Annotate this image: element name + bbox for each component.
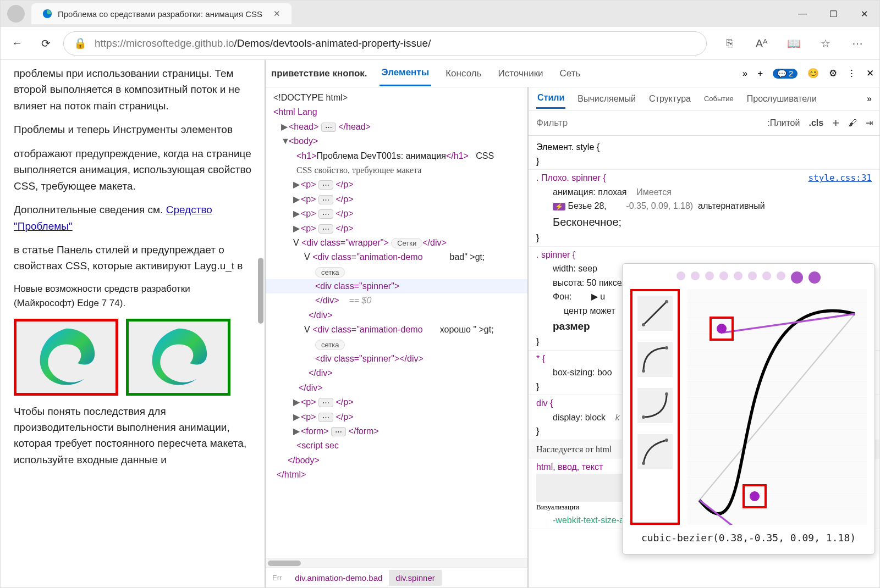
page-text: проблемы при использовании страницы. Тем… <box>14 65 251 114</box>
preset-ease[interactable] <box>637 434 673 469</box>
styles-tabs: Стили Вычисляемый Структура Событие Прос… <box>529 87 879 110</box>
tab-title: Проблема со средствами разработки: анима… <box>58 9 262 19</box>
address-bar[interactable]: 🔒 https://microsoftedge.github.io/Demos/… <box>63 31 707 56</box>
welcome-label: приветствие кнопок. <box>271 68 367 79</box>
bezier-curve-canvas[interactable] <box>688 289 867 525</box>
page-text: Проблемы и теперь Инструменты элементов <box>14 121 251 137</box>
edge-logo-icon <box>35 325 98 389</box>
read-aloud-icon[interactable]: Aᴬ <box>751 32 773 54</box>
devtools-menu-icon[interactable]: ⋮ <box>847 68 856 79</box>
new-rule-icon[interactable]: + <box>832 116 839 130</box>
computed-toggle-icon[interactable]: ⇥ <box>866 118 873 128</box>
reader-icon[interactable]: 📖 <box>783 32 805 54</box>
tab-layout[interactable]: Структура <box>648 90 692 108</box>
url-host: https://microsoftedge.github.io <box>95 37 234 49</box>
tab-sources[interactable]: Источники <box>496 62 546 86</box>
tab-styles[interactable]: Стили <box>536 88 565 109</box>
elements-hscroll[interactable] <box>266 558 527 568</box>
dom-tree[interactable]: <!DOCTYPE html> <html Lang ▶<head> ⋯ </h… <box>266 87 527 558</box>
more-tabs-icon[interactable]: » <box>867 94 872 104</box>
bezier-handle-2[interactable] <box>743 484 767 508</box>
breadcrumb-err: Err <box>266 570 288 585</box>
tab-listeners[interactable]: Прослушиватели <box>746 90 818 108</box>
page-scrollbar[interactable] <box>258 258 263 324</box>
svg-point-8 <box>665 439 668 442</box>
tab-network[interactable]: Сеть <box>558 62 583 86</box>
bezier-preview-dots <box>630 271 867 284</box>
hov-toggle[interactable]: :Плитой <box>767 118 800 128</box>
breadcrumb-item[interactable]: div.animation-demo.bad <box>288 570 389 586</box>
bezier-presets[interactable] <box>630 289 680 525</box>
edge-logo-icon <box>147 325 210 389</box>
bezier-output: cubic-bezier(0.38,-0.35, 0.09, 1.18) <box>630 525 867 546</box>
tab-computed[interactable]: Вычисляемый <box>576 90 637 108</box>
source-link[interactable]: style.css:31 <box>808 171 872 185</box>
close-window-button[interactable]: ✕ <box>849 1 879 27</box>
svg-point-1 <box>642 323 645 326</box>
url-path: /Demos/devtools-animated-property-issue/ <box>234 37 431 49</box>
issues-badge[interactable]: 💬 2 <box>773 69 798 79</box>
favorite-icon[interactable]: ☆ <box>815 32 837 54</box>
browser-toolbar: ← ⟳ 🔒 https://microsoftedge.github.io/De… <box>1 27 879 60</box>
tab-console[interactable]: Консоль <box>443 62 483 86</box>
page-text: отображают предупреждение, когда на стра… <box>14 146 251 194</box>
svg-point-4 <box>665 346 668 350</box>
tab-elements[interactable]: Элементы <box>380 60 432 86</box>
cls-toggle[interactable]: .cls <box>809 118 823 128</box>
titlebar: Проблема со средствами разработки: анима… <box>1 1 879 27</box>
tab-close-icon[interactable]: ✕ <box>273 9 280 19</box>
tab-event[interactable]: Событие <box>703 90 735 107</box>
page-text: Чтобы понять последствия для производите… <box>14 403 251 468</box>
dom-breadcrumb[interactable]: Err div.animation-demo.bad div.spinner <box>266 568 527 587</box>
reload-button[interactable]: ⟳ <box>35 32 57 54</box>
page-text: Дополнительные сведения см. Средство "Пр… <box>14 202 251 234</box>
svg-point-3 <box>642 369 645 373</box>
svg-point-2 <box>665 300 668 303</box>
preset-linear[interactable] <box>637 296 673 331</box>
svg-point-5 <box>642 415 645 419</box>
page-text: в статье Панель стилей и предупреждает о… <box>14 242 251 274</box>
brush-icon[interactable]: 🖌 <box>848 118 857 128</box>
preset-ease-out[interactable] <box>637 342 673 377</box>
new-tab-icon[interactable]: + <box>757 68 763 79</box>
lock-icon: 🔒 <box>74 37 87 49</box>
bad-spinner-demo <box>14 319 118 396</box>
browser-tab[interactable]: Проблема со средствами разработки: анима… <box>31 3 292 24</box>
edge-icon <box>42 9 52 19</box>
styles-filter-row: :Плитой.cls + 🖌 ⇥ <box>529 110 879 136</box>
more-tabs-icon[interactable]: » <box>743 68 747 79</box>
page-text: Новые возможности средств разработки (Ма… <box>14 282 251 311</box>
minimize-button[interactable]: — <box>787 1 818 27</box>
window-controls: — ☐ ✕ <box>787 1 879 27</box>
settings-icon[interactable]: ⚙ <box>829 68 837 79</box>
svg-point-6 <box>665 392 668 396</box>
preset-ease-in[interactable] <box>637 388 673 423</box>
back-button[interactable]: ← <box>6 32 28 54</box>
good-spinner-demo <box>126 319 230 396</box>
feedback-icon[interactable]: 😊 <box>807 68 819 79</box>
devtools-close-icon[interactable]: ✕ <box>866 68 874 79</box>
breadcrumb-item-selected[interactable]: div.spinner <box>389 570 441 586</box>
devtools-panel: приветствие кнопок. Элементы Консоль Ист… <box>265 60 879 587</box>
more-icon[interactable]: ⋯ <box>846 32 868 54</box>
styles-panel: Стили Вычисляемый Структура Событие Прос… <box>527 87 879 587</box>
page-content: проблемы при использовании страницы. Тем… <box>1 60 265 587</box>
devtools-tabs: приветствие кнопок. Элементы Консоль Ист… <box>266 60 879 87</box>
maximize-button[interactable]: ☐ <box>818 1 849 27</box>
svg-point-7 <box>642 462 645 465</box>
app-icon[interactable]: ⎘ <box>719 32 741 54</box>
styles-rules[interactable]: Элемент. style { } . Плохо. spinner {sty… <box>529 136 879 587</box>
bezier-editor[interactable]: cubic-bezier(0.38,-0.35, 0.09, 1.18) <box>622 263 875 554</box>
bezier-handle-1[interactable] <box>710 317 734 341</box>
elements-panel: <!DOCTYPE html> <html Lang ▶<head> ⋯ </h… <box>266 87 527 587</box>
profile-icon[interactable] <box>7 5 25 23</box>
styles-filter-input[interactable] <box>529 118 761 129</box>
